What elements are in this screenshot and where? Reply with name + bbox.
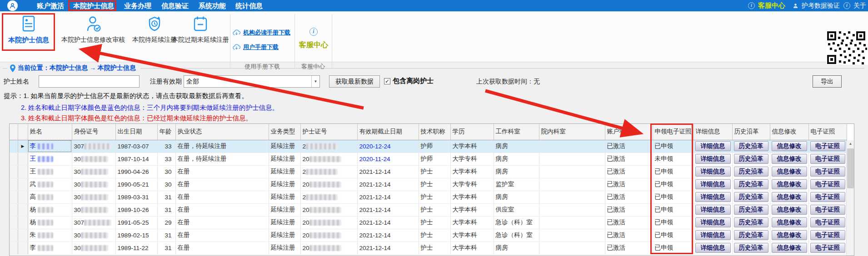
action-button-detail[interactable]: 详细信息 — [695, 167, 731, 177]
column-header-9[interactable]: 学历 — [450, 124, 494, 140]
action-button-modify[interactable]: 信息修改 — [772, 141, 807, 151]
column-header-5[interactable]: 业务类型 — [269, 124, 300, 140]
action-button-history[interactable]: 历史沿革 — [734, 192, 768, 202]
ribbon-button-hospital-nurse-info[interactable]: 本院护士信息 — [2, 13, 55, 52]
column-header-8[interactable]: 技术职称 — [419, 124, 450, 140]
row-indicator — [18, 153, 28, 165]
action-button-history[interactable]: 历史沿革 — [734, 179, 768, 189]
action-button-history[interactable]: 历史沿革 — [734, 141, 768, 151]
cell-action-1: 历史沿革 — [732, 191, 770, 203]
action-button-elicense[interactable]: 电子证照 — [810, 154, 845, 164]
action-button-detail[interactable]: 详细信息 — [695, 192, 731, 202]
table-row[interactable]: 朱 301989-02-1531在册延续注册202021-12-14护士大学本科… — [10, 229, 847, 241]
table-row[interactable]: 高 301989-03-3131在册延续注册22021-12-14护士大学本科病… — [10, 191, 847, 203]
action-button-history[interactable]: 历史沿革 — [734, 217, 768, 227]
action-button-elicense[interactable]: 电子证照 — [810, 167, 845, 177]
column-header-14[interactable]: 详细信息 — [693, 124, 732, 140]
topbar-exam-verify[interactable]: 护考数据验证 — [793, 0, 840, 11]
user-avatar[interactable] — [7, 0, 18, 11]
topbar-about[interactable]: i 关于 — [843, 0, 866, 11]
scrollbar-thumb[interactable] — [847, 148, 854, 188]
column-header-4[interactable]: 执业状态 — [175, 124, 269, 140]
action-button-detail[interactable]: 详细信息 — [695, 154, 731, 164]
cell-education: 大学本科 — [450, 140, 494, 153]
action-button-modify[interactable]: 信息修改 — [772, 167, 807, 177]
ribbon-button-pending-renewal[interactable]: 本院待延续注册 — [131, 13, 178, 52]
action-button-elicense[interactable]: 电子证照 — [810, 192, 845, 202]
action-button-history[interactable]: 历史沿革 — [734, 167, 768, 177]
column-header-10[interactable]: 工作科室 — [494, 124, 539, 140]
action-button-elicense[interactable]: 电子证照 — [810, 205, 845, 215]
export-button[interactable]: 导出 — [813, 75, 842, 88]
action-button-modify[interactable]: 信息修改 — [772, 179, 807, 189]
action-button-elicense[interactable]: 电子证照 — [810, 230, 845, 240]
nurse-name-input[interactable] — [39, 75, 140, 88]
chevron-down-icon[interactable]: ▼ — [311, 76, 319, 87]
menu-tab-business[interactable]: 业务办理 — [124, 0, 151, 11]
action-button-detail[interactable]: 详细信息 — [695, 230, 731, 240]
ribbon-button-expired-renewal[interactable]: 本院过期未延续注册 — [172, 13, 229, 52]
action-button-history[interactable]: 历史沿革 — [734, 243, 768, 253]
column-header-0[interactable]: 姓名 — [28, 124, 72, 140]
register-period-select[interactable]: 全部 ▼ — [184, 75, 320, 88]
column-header-2[interactable]: 出生日期 — [115, 124, 157, 140]
table-row[interactable]: 王 301987-10-1433在册，待延续注册延续注册202020-11-24… — [10, 153, 847, 165]
table-row[interactable]: ▶李 3071987-03-0733在册，待延续注册延续注册22020-12-2… — [10, 140, 847, 153]
checkbox-checked-icon[interactable]: ✓ — [384, 78, 390, 84]
action-button-modify[interactable]: 信息修改 — [772, 217, 807, 227]
menu-tab-info-verify[interactable]: 信息验证 — [161, 0, 189, 11]
column-header-6[interactable]: 护士证号 — [300, 124, 357, 140]
action-button-detail[interactable]: 详细信息 — [695, 243, 731, 253]
action-button-modify[interactable]: 信息修改 — [772, 192, 807, 202]
table-row[interactable]: 李 301989-11-2231在册延续注册202021-12-14护士大学本科… — [10, 241, 847, 254]
column-header-3[interactable]: 年龄 — [157, 124, 175, 140]
column-header-17[interactable]: 电子证照 — [808, 124, 847, 140]
action-button-elicense[interactable]: 电子证照 — [810, 141, 845, 151]
scroll-up-icon[interactable]: ▲ — [847, 140, 854, 148]
action-button-modify[interactable]: 信息修改 — [772, 230, 807, 240]
vertical-scrollbar[interactable]: ▲ — [846, 140, 854, 256]
menu-tab-system[interactable]: 系统功能 — [199, 0, 226, 11]
action-button-detail[interactable]: 详细信息 — [695, 205, 731, 215]
link-org-manual-download[interactable]: 机构必读手册下载 — [233, 27, 301, 39]
action-button-detail[interactable]: 详细信息 — [695, 141, 731, 151]
id-prefix: 307 — [74, 219, 85, 226]
cell-practice-status: 在册，待延续注册 — [175, 153, 269, 165]
column-header-1[interactable]: 身份证号 — [72, 124, 115, 140]
link-user-manual-download[interactable]: 用户手册下载 — [233, 41, 301, 53]
action-button-history[interactable]: 历史沿革 — [734, 230, 768, 240]
action-button-elicense[interactable]: 电子证照 — [810, 217, 845, 227]
column-header-7[interactable]: 有效期截止日期 — [357, 124, 419, 140]
fetch-latest-button[interactable]: 获取最新数据 — [329, 75, 380, 88]
cell-id-number: 30 — [72, 153, 115, 165]
ribbon-button-nurse-info-review[interactable]: 本院护士信息修改审核 — [57, 13, 129, 52]
action-button-modify[interactable]: 信息修改 — [772, 205, 807, 215]
action-button-modify[interactable]: 信息修改 — [772, 243, 807, 253]
menu-tab-hospital-nurse-info[interactable]: 本院护士信息 — [71, 0, 116, 11]
action-button-elicense[interactable]: 电子证照 — [810, 179, 845, 189]
column-header-16[interactable]: 信息修改 — [770, 124, 808, 140]
action-button-detail[interactable]: 详细信息 — [695, 217, 731, 227]
table-row[interactable]: 武 301990-05-2130在册延续注册202021-12-14护士大学专科… — [10, 178, 847, 191]
topbar-service-center[interactable]: i 客服中心 — [748, 0, 785, 11]
column-header-15[interactable]: 历史沿革 — [732, 124, 770, 140]
cell-work-dept: 急诊（科）室 — [494, 216, 539, 229]
row-indicator — [18, 229, 28, 241]
action-button-elicense[interactable]: 电子证照 — [810, 243, 845, 253]
action-button-detail[interactable]: 详细信息 — [695, 179, 731, 189]
ribbon-service-center[interactable]: i 客服中心 — [296, 27, 331, 50]
column-header-12[interactable]: 账户状态 — [605, 124, 653, 140]
include-resigned-checkbox[interactable]: ✓ 包含离岗护士 — [384, 77, 434, 85]
redacted-text — [84, 220, 111, 226]
menu-tab-statistics[interactable]: 统计信息 — [235, 0, 263, 11]
action-button-modify[interactable]: 信息修改 — [772, 154, 807, 164]
column-header-11[interactable]: 院内科室 — [539, 124, 605, 140]
table-row[interactable]: 杨 301989-10-2631在册延续注册202021-12-14护士大学本科… — [10, 203, 847, 216]
action-button-history[interactable]: 历史沿革 — [734, 205, 768, 215]
cell-education: 大学专科 — [450, 153, 494, 165]
menu-tab-account-activate[interactable]: 账户激活 — [35, 0, 65, 11]
table-row[interactable]: 杨 3071991-05-2529在册延续注册202021-12-14护士大学本… — [10, 216, 847, 229]
action-button-history[interactable]: 历史沿革 — [734, 154, 768, 164]
table-row[interactable]: 王 301990-04-2630在册延续注册22021-12-14护士大学本科病… — [10, 165, 847, 178]
column-header-13[interactable]: 申领电子证照 — [653, 124, 693, 140]
